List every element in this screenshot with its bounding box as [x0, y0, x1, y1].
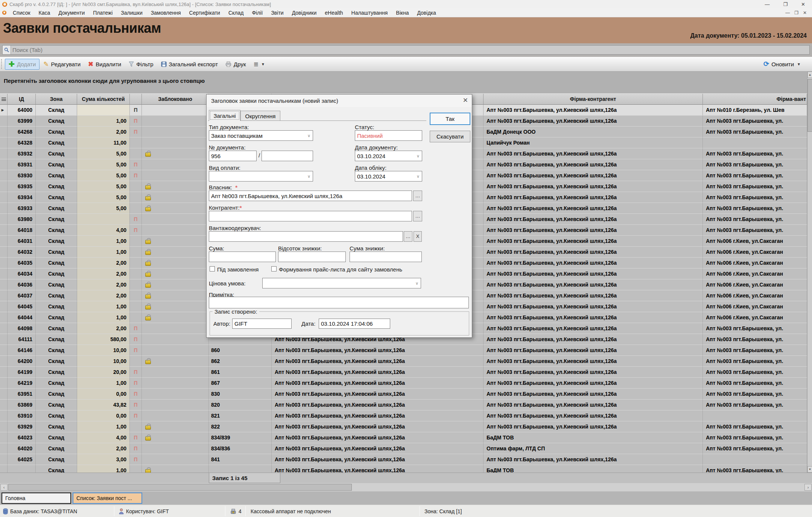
col-header-qty[interactable]: Сума кількостей: [77, 94, 130, 105]
discount-pct-input[interactable]: [278, 252, 346, 262]
owner-input[interactable]: [209, 191, 412, 201]
table-row[interactable]: 63869 Склад 43,82 П 820 Апт №003 пгт.Бар…: [0, 400, 807, 410]
contractor-browse-button[interactable]: …: [413, 211, 422, 221]
consignee-browse-button[interactable]: …: [404, 231, 412, 242]
note-input[interactable]: [209, 297, 469, 308]
col-header-contractor[interactable]: Фірма-контрагент: [484, 94, 703, 105]
hscroll-thumb[interactable]: [8, 484, 352, 491]
page-header: Заявки постачальникам Дата документу: 05…: [0, 17, 812, 43]
mdi-restore-button[interactable]: ❐: [794, 10, 798, 15]
menu-item-3[interactable]: Документи: [54, 9, 89, 17]
mdi-close-button[interactable]: ✕: [803, 10, 807, 15]
menu-item-15[interactable]: Довідка: [413, 9, 440, 17]
filter-button[interactable]: Фільтр: [125, 59, 157, 70]
menu-item-11[interactable]: Довідники: [288, 9, 321, 17]
pricelist-checkbox[interactable]: [271, 266, 277, 271]
menu-item-7[interactable]: Сертифікати: [185, 9, 224, 17]
col-header-id[interactable]: ІД: [8, 94, 36, 105]
horizontal-scrollbar[interactable]: ‹ ›: [0, 483, 812, 491]
consignee-input[interactable]: [209, 231, 403, 242]
mdi-minimize-button[interactable]: —: [785, 10, 790, 15]
add-button[interactable]: ✚ Додати: [5, 59, 40, 70]
vertical-scrollbar[interactable]: ▲ ▼: [807, 72, 812, 473]
cell-consignee: Апт №003 пгт.Барышевка, ул.: [703, 170, 807, 181]
scroll-down-icon[interactable]: ▼: [807, 466, 812, 473]
delete-button[interactable]: ✖ Видалити: [84, 59, 125, 70]
contractor-input[interactable]: [209, 211, 412, 221]
search-box[interactable]: [2, 45, 810, 55]
col-header-p[interactable]: [130, 94, 142, 105]
table-row[interactable]: 63910 Склад 0,00 П 821 Апт №003 пгт.Бары…: [0, 410, 807, 421]
table-row[interactable]: 63929 Склад 1,00 822 Апт №003 пгт.Барыше…: [0, 421, 807, 432]
col-header-consignee[interactable]: Фірма-вант: [703, 94, 807, 105]
grouping-panel[interactable]: Перетягніть заголовок колонки сюди для у…: [0, 72, 812, 93]
column-chooser-icon[interactable]: [0, 94, 8, 105]
table-row[interactable]: Склад 1,00 Апт №003 пгт.Барышевка, ул.Ки…: [0, 465, 807, 473]
doc-number-input[interactable]: [209, 151, 257, 161]
author-input[interactable]: [232, 319, 292, 329]
payment-select[interactable]: ∨: [209, 171, 313, 181]
tab-list-requests[interactable]: Список: Заявки пост ...: [73, 493, 142, 504]
cell-contractor: Апт №003 пгт.Барышевка, ул.Киевский шлях…: [484, 214, 703, 225]
menu-item-4[interactable]: Платежі: [89, 9, 117, 17]
cell-contractor: БаДМ ТОВ: [484, 432, 703, 443]
menu-item-12[interactable]: eHealth: [321, 9, 347, 17]
doc-date-select[interactable]: 03.10.2024∨: [355, 151, 422, 161]
table-row[interactable]: 64023 Склад 4,00 П 834/839 Апт №003 пгт.…: [0, 432, 807, 443]
dialog-tab-general[interactable]: Загальні: [209, 110, 240, 121]
menu-item-9[interactable]: Філії: [248, 9, 267, 17]
table-row[interactable]: 64025 Склад 3,00 П 841 Апт №003 пгт.Бары…: [0, 454, 807, 465]
tab-home[interactable]: Головна: [2, 493, 71, 504]
cell-qty: 1,00: [77, 116, 130, 127]
row-marker: [0, 378, 8, 389]
refresh-button[interactable]: ⟳ Оновити ▼: [760, 59, 804, 70]
dialog-close-icon[interactable]: ✕: [463, 96, 468, 104]
table-row[interactable]: 64199 Склад 20,00 П 861 Апт №003 пгт.Бар…: [0, 367, 807, 378]
scroll-up-icon[interactable]: ▲: [807, 72, 812, 78]
cancel-button[interactable]: Скасувати: [430, 131, 470, 142]
print-button[interactable]: Друк: [222, 59, 249, 70]
edit-button[interactable]: ✎ Редагувати: [40, 59, 84, 70]
cell-num: 821: [209, 410, 272, 421]
menu-item-6[interactable]: Замовлення: [147, 9, 185, 17]
ok-button[interactable]: Так: [430, 113, 470, 125]
table-row[interactable]: 64020 Склад 2,00 П 834/836 Апт №003 пгт.…: [0, 443, 807, 454]
cell-consignee: Апт №003 пгт.Барышевка, ул.: [703, 421, 807, 432]
cell-qty: 1,00: [77, 378, 130, 389]
col-header-blocked[interactable]: Заблоковано: [142, 94, 209, 105]
export-button[interactable]: Загальний експорт: [157, 59, 222, 70]
owner-browse-button[interactable]: …: [413, 191, 422, 201]
scroll-left-icon[interactable]: ‹: [0, 484, 8, 491]
search-input[interactable]: [11, 47, 688, 53]
close-button[interactable]: ✕: [801, 2, 805, 7]
cell-blocked: [142, 170, 209, 181]
doc-number2-input[interactable]: [262, 151, 313, 161]
view-options-button[interactable]: ≣ ▼: [250, 59, 269, 70]
table-row[interactable]: 64200 Склад 10,00 862 Апт №003 пгт.Барыш…: [0, 356, 807, 367]
cell-zone: Склад: [36, 432, 77, 443]
lock-icon: [145, 425, 151, 430]
account-date-select[interactable]: 03.10.2024∨: [355, 171, 422, 181]
maximize-button[interactable]: ❐: [783, 2, 788, 7]
menu-item-2[interactable]: Каса: [35, 9, 55, 17]
under-order-checkbox[interactable]: [210, 266, 215, 271]
menu-item-10[interactable]: Звіти: [267, 9, 287, 17]
scroll-right-icon[interactable]: ›: [804, 484, 812, 491]
table-row[interactable]: 64146 Склад 10,00 П 860 Апт №003 пгт.Бар…: [0, 345, 807, 356]
doc-type-select[interactable]: Заказ поставщикам∨: [209, 130, 313, 141]
discount-sum-input[interactable]: [350, 252, 422, 262]
consignee-clear-button[interactable]: X: [414, 231, 422, 242]
menu-item-5[interactable]: Залишки: [117, 9, 146, 17]
sum-input[interactable]: [209, 252, 276, 262]
minimize-button[interactable]: —: [765, 2, 769, 7]
menu-item-13[interactable]: Налаштування: [347, 9, 392, 17]
menu-item-1[interactable]: Список: [9, 9, 35, 17]
menu-item-8[interactable]: Склад: [224, 9, 248, 17]
vscroll-thumb[interactable]: [807, 79, 812, 132]
dialog-tab-rounding[interactable]: Округлення: [240, 111, 280, 121]
menu-item-14[interactable]: Вікна: [392, 9, 413, 17]
table-row[interactable]: 63951 Склад 0,00 П 830 Апт №003 пгт.Бары…: [0, 389, 807, 400]
table-row[interactable]: 64219 Склад 1,00 П 867 Апт №003 пгт.Бары…: [0, 378, 807, 389]
col-header-zone[interactable]: Зона: [36, 94, 77, 105]
price-condition-select[interactable]: ∨: [262, 278, 421, 288]
